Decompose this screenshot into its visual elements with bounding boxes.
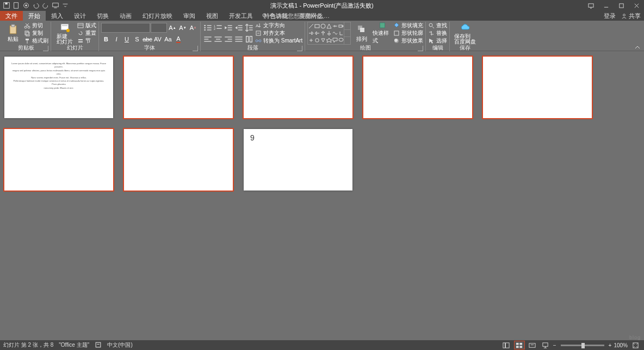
save-icon[interactable] [2, 1, 11, 10]
select-button[interactable]: 选择 [428, 37, 447, 45]
font-name-combo[interactable] [101, 23, 150, 33]
replace-button[interactable]: 替换 [428, 29, 447, 37]
changecase-button[interactable]: Aa [163, 34, 173, 44]
collapse-ribbon-icon[interactable] [634, 43, 641, 50]
align-right-button[interactable] [224, 34, 233, 44]
paste-button[interactable]: 粘贴 [3, 22, 23, 45]
increase-font-icon[interactable]: A▲ [168, 23, 177, 33]
clear-format-icon[interactable]: A✕ [188, 23, 198, 33]
clipboard-dialog-launcher[interactable] [43, 46, 48, 51]
slide-thumb-2[interactable] [124, 57, 233, 118]
status-lang[interactable]: 中文(中国) [107, 341, 133, 349]
underline-button[interactable]: U [122, 34, 132, 44]
justify-button[interactable] [234, 34, 244, 44]
zoom-level[interactable]: 100% [614, 342, 628, 348]
zoom-slider[interactable] [561, 345, 604, 346]
increase-indent-button[interactable] [234, 23, 244, 33]
new-icon[interactable] [12, 1, 21, 10]
section-button[interactable]: 节 [77, 37, 96, 45]
italic-button[interactable]: I [112, 34, 121, 44]
slide-thumb-7[interactable] [124, 129, 233, 191]
gallery-down-icon[interactable] [344, 30, 350, 38]
font-size-combo[interactable] [151, 23, 167, 33]
maximize-icon[interactable] [614, 0, 629, 11]
decrease-font-icon[interactable]: A▼ [178, 23, 188, 33]
share-button[interactable]: 共享 [621, 12, 641, 20]
tab-review[interactable]: 审阅 [178, 11, 201, 21]
tab-insert[interactable]: 插入 [46, 11, 69, 21]
tab-transition[interactable]: 切换 [91, 11, 114, 21]
font-color-button[interactable]: A [174, 34, 183, 44]
font-dialog-launcher[interactable] [193, 46, 198, 51]
charspacing-button[interactable]: AV [153, 34, 163, 44]
tab-design[interactable]: 设计 [69, 11, 91, 21]
tell-me[interactable]: 告诉我您想要做什么… [261, 11, 330, 21]
notes-icon[interactable] [95, 341, 102, 349]
layout-button[interactable]: 版式 [77, 22, 96, 29]
ribbon-options-icon[interactable] [583, 0, 598, 11]
align-center-button[interactable] [213, 34, 223, 44]
new-slide-button[interactable]: 新建 幻灯片 [53, 22, 76, 45]
cut-button[interactable]: 剪切 [24, 22, 48, 29]
bold-button[interactable]: B [101, 34, 111, 44]
reset-button[interactable]: 重置 [77, 29, 96, 37]
shape-outline-button[interactable]: 形状轮廓 [393, 29, 423, 37]
redo-icon[interactable] [41, 1, 50, 10]
shape-effects-button[interactable]: 形状效果 [393, 37, 423, 45]
shapes-gallery[interactable] [307, 22, 351, 45]
decrease-indent-button[interactable] [224, 23, 233, 33]
copy-button[interactable]: 复制 [24, 29, 48, 37]
minimize-icon[interactable] [598, 0, 614, 11]
slideshow-icon[interactable] [51, 1, 60, 10]
columns-button[interactable] [244, 34, 254, 44]
tab-file[interactable]: 文件 [0, 11, 23, 21]
quickstyle-button[interactable]: 快速样式 [373, 22, 392, 45]
tab-view[interactable]: 视图 [201, 11, 224, 21]
login-link[interactable]: 登录 [604, 12, 616, 20]
tab-home[interactable]: 开始 [23, 11, 46, 21]
slide-thumb-3[interactable] [244, 57, 352, 118]
sorter-view-icon[interactable] [514, 341, 525, 349]
shape-fill-button[interactable]: 形状填充 [393, 22, 423, 29]
reading-view-icon[interactable] [527, 341, 538, 349]
tab-developer[interactable]: 开发工具 [224, 11, 258, 21]
arrange-button[interactable]: 排列 [352, 22, 371, 45]
normal-view-icon[interactable] [501, 341, 512, 349]
undo-icon[interactable] [32, 1, 40, 10]
tab-animation[interactable]: 动画 [114, 11, 137, 21]
drawing-dialog-launcher[interactable] [418, 46, 423, 51]
status-slide[interactable]: 幻灯片 第 2 张，共 8 [3, 341, 53, 349]
numbering-button[interactable]: 12 [213, 23, 223, 33]
tab-slideshow[interactable]: 幻灯片放映 [137, 11, 178, 21]
save-baidu-button[interactable]: 保存到 百度网盘 [452, 22, 478, 45]
align-left-button[interactable] [203, 34, 213, 44]
gallery-up-icon[interactable] [344, 22, 350, 30]
find-button[interactable]: 查找 [428, 22, 447, 29]
slide-thumb-6[interactable] [4, 129, 113, 191]
touch-icon[interactable] [22, 1, 30, 10]
format-painter-button[interactable]: 格式刷 [24, 37, 48, 45]
linespacing-button[interactable] [244, 23, 254, 33]
align-text-button[interactable]: 对齐文本 [255, 29, 302, 37]
paragraph-dialog-launcher[interactable] [297, 46, 302, 51]
zoom-in-button[interactable]: + [609, 342, 612, 348]
shadow-button[interactable]: S [132, 34, 142, 44]
close-icon[interactable] [629, 0, 644, 11]
gallery-more-icon[interactable] [344, 37, 350, 44]
qat-dropdown-icon[interactable] [61, 1, 70, 10]
fit-window-icon[interactable] [630, 341, 641, 349]
zoom-out-button[interactable]: − [553, 342, 556, 348]
bullets-button[interactable] [203, 23, 213, 33]
slide-sorter[interactable]: Lorem ipsum dolor sit amet, consectetuer… [0, 51, 644, 340]
text-direction-button[interactable]: A文字方向 [255, 22, 302, 29]
slideshow-view-icon[interactable] [540, 341, 551, 349]
strike-button[interactable]: abc [143, 34, 152, 44]
status-theme[interactable]: "Office 主题" [59, 341, 89, 349]
svg-text:A: A [256, 23, 259, 28]
svg-rect-6 [588, 3, 593, 7]
smartart-button[interactable]: 转换为 SmartArt [255, 37, 302, 45]
slide-thumb-5[interactable] [483, 57, 592, 118]
slide-thumb-4[interactable] [363, 57, 472, 118]
slide-thumb-8[interactable]: 9 [244, 129, 352, 191]
slide-thumb-1[interactable]: Lorem ipsum dolor sit amet, consectetuer… [4, 57, 113, 118]
